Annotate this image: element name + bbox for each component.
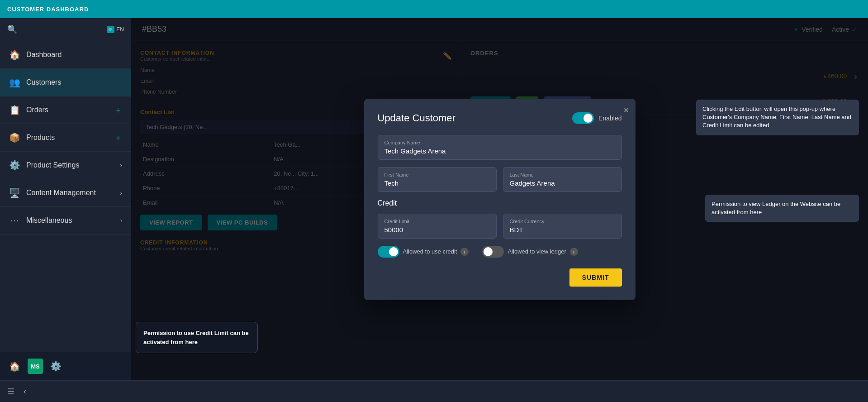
sidebar-item-orders[interactable]: 📋 Orders ＋ (0, 96, 131, 124)
sidebar-item-label: Products (26, 134, 108, 142)
content-area: #BB53 ✦ Verified Active ✓ (131, 18, 868, 380)
home-bottom-icon[interactable]: 🏠 (9, 361, 20, 372)
first-name-field[interactable]: First Name Tech (378, 167, 497, 192)
sidebar-item-label: Dashboard (26, 51, 122, 59)
chevron-right-icon: › (120, 217, 122, 224)
company-name-value: Tech Gadgets Arena (384, 147, 615, 155)
sidebar-item-label: Content Management (26, 189, 114, 197)
credit-row: Credit Limit 50000 Credit Currency BDT (378, 214, 622, 239)
name-row: First Name Tech Last Name Gadgets Arena (378, 167, 622, 192)
language-selector[interactable]: বাং EN (107, 26, 124, 33)
first-name-field-group: First Name Tech (378, 167, 497, 192)
toggle-slider (572, 112, 594, 124)
modal-toggle-group: Enabled (572, 112, 621, 124)
modal-title: Update Customer (378, 112, 455, 124)
credit-currency-label: Credit Currency (510, 219, 615, 224)
sidebar-item-products[interactable]: 📦 Products ＋ (0, 124, 131, 152)
credit-currency-value: BDT (510, 226, 615, 234)
toggle-label: Enabled (598, 115, 621, 122)
allow-ledger-permission: Allowed to view ledger i (482, 246, 578, 258)
sidebar-item-content-management[interactable]: 🖥️ Content Management › (0, 179, 131, 207)
bottom-nav-bar: ☰ ‹ (0, 380, 868, 402)
credit-limit-label: Credit Limit (384, 219, 490, 224)
allow-ledger-info-icon[interactable]: i (570, 248, 578, 256)
company-name-field[interactable]: Company Name Tech Gadgets Arena (378, 135, 622, 160)
sidebar-item-label: Miscellaneous (26, 216, 114, 225)
credit-permission-text: Permission to use Credit Limit can be ac… (143, 330, 249, 345)
credit-currency-field-group: Credit Currency BDT (503, 214, 622, 239)
sidebar-item-label: Orders (26, 106, 108, 114)
company-name-label: Company Name (384, 140, 615, 145)
language-flag: বাং (107, 26, 114, 33)
sidebar-item-customers[interactable]: 👥 Customers (0, 69, 131, 96)
credit-permission-tooltip: Permission to use Credit Limit can be ac… (136, 322, 258, 353)
sidebar-item-label: Customers (26, 78, 122, 86)
modal-permissions: Allowed to use credit i Allowed to view … (378, 246, 622, 258)
sidebar-search-bar: 🔍 বাং EN (0, 18, 131, 41)
products-icon: 📦 (9, 132, 20, 143)
top-bar-title: CUSTOMER DASHBOARD (7, 6, 89, 13)
sidebar-bottom-bar: 🏠 MS ⚙️ (0, 352, 131, 380)
main-layout: 🔍 বাং EN 🏠 Dashboard 👥 Customers 📋 Order… (0, 18, 868, 380)
language-text: EN (116, 26, 124, 33)
credit-limit-field-group: Credit Limit 50000 (378, 214, 497, 239)
last-name-field[interactable]: Last Name Gadgets Arena (503, 167, 622, 192)
last-name-value: Gadgets Arena (510, 179, 615, 187)
add-orders-icon[interactable]: ＋ (114, 105, 122, 115)
sidebar-item-miscellaneous[interactable]: ⋯ Miscellaneous › (0, 207, 131, 234)
allow-credit-toggle[interactable] (378, 246, 399, 258)
last-name-field-group: Last Name Gadgets Arena (503, 167, 622, 192)
chevron-right-icon: › (120, 189, 122, 196)
toggle-slider (482, 246, 504, 258)
top-bar: CUSTOMER DASHBOARD (0, 0, 868, 18)
allow-ledger-toggle[interactable] (482, 246, 504, 258)
enabled-toggle[interactable] (572, 112, 594, 124)
first-name-value: Tech (384, 179, 490, 187)
gear-bottom-icon[interactable]: ⚙️ (50, 361, 62, 372)
credit-limit-field[interactable]: Credit Limit 50000 (378, 214, 497, 239)
modal-submit-area: SUBMIT (378, 268, 622, 287)
credit-section-label: Credit (378, 199, 622, 207)
allow-credit-permission: Allowed to use credit i (378, 246, 469, 258)
search-icon[interactable]: 🔍 (7, 24, 17, 34)
orders-icon: 📋 (9, 105, 20, 115)
sidebar-item-product-settings[interactable]: ⚙️ Product Settings › (0, 152, 131, 179)
modal-close-button[interactable]: × (624, 105, 629, 115)
update-customer-modal: × Update Customer Enabled Company Name (364, 99, 636, 300)
toggle-slider (378, 246, 399, 258)
credit-currency-field[interactable]: Credit Currency BDT (503, 214, 622, 239)
product-settings-icon: ⚙️ (9, 160, 20, 171)
credit-limit-value: 50000 (384, 226, 490, 234)
allow-ledger-label: Allowed to view ledger (508, 248, 566, 255)
company-name-field-group: Company Name Tech Gadgets Arena (378, 135, 622, 160)
ms-badge[interactable]: MS (28, 359, 43, 374)
content-icon: 🖥️ (9, 187, 20, 198)
chevron-right-icon: › (120, 162, 122, 169)
sidebar: 🔍 বাং EN 🏠 Dashboard 👥 Customers 📋 Order… (0, 18, 131, 380)
home-icon: 🏠 (9, 49, 20, 60)
submit-button[interactable]: SUBMIT (569, 268, 622, 287)
sidebar-nav: 🏠 Dashboard 👥 Customers 📋 Orders ＋ 📦 Pro… (0, 41, 131, 352)
sidebar-item-dashboard[interactable]: 🏠 Dashboard (0, 41, 131, 69)
menu-icon[interactable]: ☰ (7, 387, 14, 397)
modal-header: Update Customer Enabled (378, 112, 622, 124)
back-icon[interactable]: ‹ (24, 387, 26, 396)
allow-credit-info-icon[interactable]: i (460, 248, 469, 256)
sidebar-item-label: Product Settings (26, 161, 114, 169)
misc-icon: ⋯ (9, 215, 20, 226)
last-name-label: Last Name (510, 172, 615, 177)
customers-icon: 👥 (9, 77, 20, 88)
allow-credit-label: Allowed to use credit (403, 248, 457, 255)
add-products-icon[interactable]: ＋ (114, 132, 122, 143)
first-name-label: First Name (384, 172, 490, 177)
